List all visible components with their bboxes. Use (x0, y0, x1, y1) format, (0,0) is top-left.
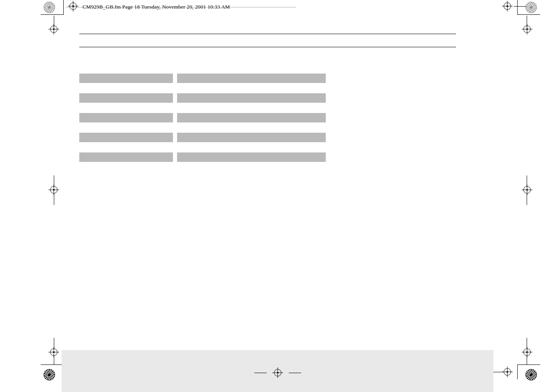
rosette-icon (525, 2, 537, 13)
rosette-icon (44, 369, 55, 380)
table-cell (177, 93, 326, 103)
table-row-gap (79, 83, 330, 93)
registration-target-icon (50, 186, 58, 194)
crop-rule (63, 0, 64, 15)
registration-target-icon (504, 2, 511, 10)
center-registration-assembly (254, 369, 301, 376)
crop-rule (517, 14, 540, 15)
table-cell (177, 152, 326, 162)
crop-rule (54, 194, 54, 205)
crop-rule (54, 356, 54, 365)
crop-rule (527, 356, 527, 365)
table-row (79, 152, 330, 162)
crop-rule (493, 372, 503, 372)
table-row (79, 74, 330, 83)
registration-target-icon (50, 25, 58, 33)
content-rule-thin (79, 47, 456, 47)
crop-rule (517, 364, 518, 379)
table-row (79, 133, 330, 142)
table-row-gap (79, 103, 330, 113)
registration-target-icon (523, 348, 531, 356)
crop-rule (41, 364, 64, 365)
table-row (79, 93, 330, 103)
registration-target-icon (523, 25, 531, 33)
table-placeholder (79, 74, 330, 162)
table-cell (79, 133, 173, 142)
page-root: CM929B_GB.fm Page 18 Tuesday, November 2… (0, 0, 555, 392)
registration-target-icon (504, 368, 511, 376)
registration-target-icon (523, 186, 531, 194)
registration-target-icon (69, 2, 77, 10)
registration-target-icon (274, 369, 281, 376)
header-meta-text: CM929B_GB.fm Page 18 Tuesday, November 2… (83, 4, 230, 10)
crop-rule (254, 373, 267, 373)
table-cell (79, 113, 173, 122)
table-cell (177, 74, 326, 83)
table-row-gap (79, 122, 330, 133)
crop-rule (289, 373, 301, 373)
crop-rule (517, 364, 540, 365)
table-cell (177, 113, 326, 122)
table-row (79, 113, 330, 122)
crop-rule (514, 6, 526, 7)
table-cell (79, 74, 173, 83)
crop-rule (517, 0, 518, 15)
table-row-gap (79, 142, 330, 152)
rosette-icon (44, 2, 55, 13)
rosette-icon (525, 369, 537, 380)
crop-rule (41, 14, 64, 15)
table-cell (79, 93, 173, 103)
table-cell (79, 152, 173, 162)
crop-rule (527, 194, 527, 205)
registration-target-icon (50, 348, 58, 356)
content-rule-heavy (79, 34, 456, 34)
table-cell (177, 133, 326, 142)
